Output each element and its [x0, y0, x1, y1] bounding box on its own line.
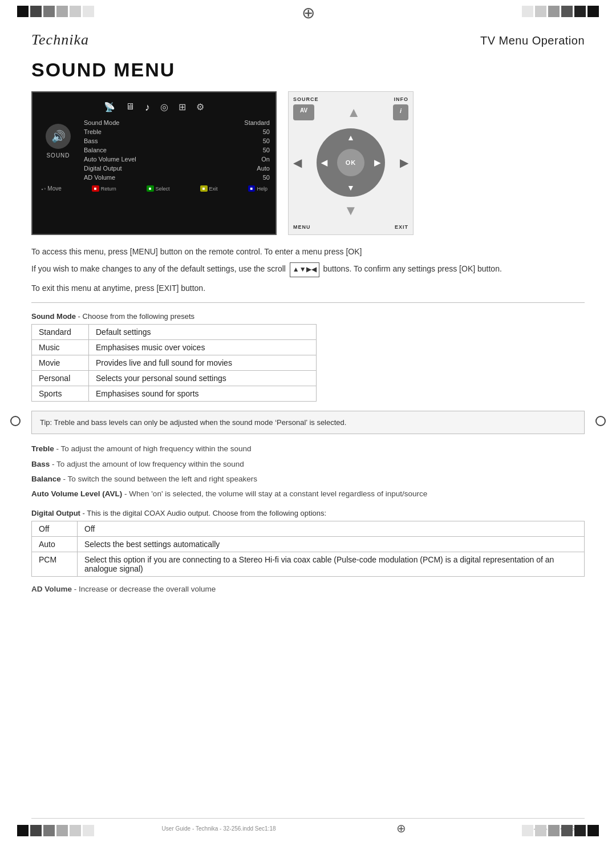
scroll-arrows: ▲▼▶◀ — [290, 262, 319, 277]
ad-volume-text: - Increase or decrease the overall volum… — [74, 585, 216, 593]
tv-icon-grid: ⊞ — [179, 102, 186, 114]
tip-box: Tip: Treble and bass levels can only be … — [31, 411, 585, 435]
page-title: SOUND MENU — [31, 59, 585, 81]
page-footer: 18 User Guide - Technika - 32-256.indd S… — [31, 818, 585, 835]
remote-av-button[interactable]: AV — [293, 104, 314, 120]
right-registration-mark — [595, 416, 606, 426]
treble-desc: Treble - To adjust the amount of high fr… — [31, 443, 585, 455]
digital-output-auto-desc: Selects the best settings automatically — [78, 537, 585, 552]
instructions-section: To access this menu, press [MENU] button… — [31, 245, 585, 294]
table-row: Auto Selects the best settings automatic… — [32, 537, 585, 552]
tv-sound-label: SOUND — [46, 152, 70, 159]
instruction-p3: To exit this menu at anytime, press [EXI… — [31, 282, 585, 294]
sound-mode-movie-label: Movie — [32, 355, 89, 370]
remote-info-label: INFO — [394, 96, 409, 102]
sound-mode-standard-desc: Default settings — [89, 324, 317, 339]
table-row: Sports Emphasises sound for sports — [32, 386, 317, 401]
instruction-p2: If you wish to make changes to any of th… — [31, 262, 585, 277]
sound-mode-sports-label: Sports — [32, 386, 89, 401]
remote-source-label: SOURCE — [293, 96, 319, 102]
bass-label: Bass — [31, 460, 50, 468]
brand-logo: Technika — [31, 31, 89, 48]
sound-mode-movie-desc: Provides live and full sound for movies — [89, 355, 317, 370]
treble-text: - To adjust the amount of high frequency… — [56, 444, 252, 453]
remote-screenshot: SOURCE INFO AV ▲ i ◀ ▲ ▼ ◀ ▶ OK ▶ — [288, 91, 414, 235]
sound-mode-label: Sound Mode — [31, 312, 76, 321]
ad-volume-label: AD Volume — [31, 585, 72, 593]
tv-menu-row-treble: Treble50 — [84, 127, 270, 136]
left-registration-mark — [10, 416, 21, 426]
ad-volume-desc: AD Volume - Increase or decrease the ove… — [31, 585, 585, 593]
footer-left-text: User Guide - Technika - 32-256.indd Sec1… — [162, 825, 276, 832]
sound-mode-personal-label: Personal — [32, 370, 89, 386]
instruction-p1: To access this menu, press [MENU] button… — [31, 245, 585, 258]
digital-output-label: Digital Output — [31, 509, 80, 517]
sound-mode-standard-label: Standard — [32, 324, 89, 339]
table-row: PCM Select this option if you are connec… — [32, 552, 585, 577]
digital-output-table: Off Off Auto Selects the best settings a… — [31, 521, 585, 577]
sound-mode-heading: Sound Mode - Choose from the following p… — [31, 312, 585, 321]
remote-ok-button[interactable]: OK — [337, 149, 364, 176]
tv-icon-tv: 🖥 — [125, 102, 135, 114]
digital-output-off-desc: Off — [78, 521, 585, 537]
tv-menu-row-avl: Auto Volume LevelOn — [84, 155, 270, 164]
tv-icon-signal: 📡 — [104, 102, 115, 114]
avl-label: Auto Volume Level (AVL) — [31, 489, 122, 498]
tv-menu-row-balance: Balance50 — [84, 145, 270, 155]
table-row: Music Emphasises music over voices — [32, 339, 317, 355]
table-row: Personal Selects your personal sound set… — [32, 370, 317, 386]
screenshots-row: 📡 🖥 ♪ ◎ ⊞ ⚙ 🔊 SOUND Sound ModeStandard — [31, 91, 585, 235]
tv-icon-circle: ◎ — [160, 102, 168, 114]
remote-right-arrow[interactable]: ▶ — [374, 158, 380, 167]
balance-label: Balance — [31, 475, 61, 483]
remote-down-arrow[interactable]: ▼ — [347, 183, 355, 192]
table-row: Movie Provides live and full sound for m… — [32, 355, 317, 370]
instruction-p2-before: If you wish to make changes to any of th… — [31, 265, 286, 274]
tv-icon-gear: ⚙ — [196, 102, 204, 114]
digital-output-section: Digital Output - This is the digital COA… — [31, 509, 585, 577]
bass-desc: Bass - To adjust the amount of low frequ… — [31, 459, 585, 470]
sound-mode-personal-desc: Selects your personal sound settings — [89, 370, 317, 386]
avl-desc: Auto Volume Level (AVL) - When 'on' is s… — [31, 488, 585, 500]
tip-text: Tip: Treble and bass levels can only be … — [40, 418, 346, 427]
avl-text: - When 'on' is selected, the volume will… — [124, 489, 427, 498]
balance-text: - To switch the sound between the left a… — [63, 475, 257, 483]
sound-mode-section: Sound Mode - Choose from the following p… — [31, 312, 585, 402]
remote-left-arrow[interactable]: ◀ — [321, 158, 327, 167]
tv-menu-row-advolume: AD Volume50 — [84, 173, 270, 182]
digital-output-suffix: - This is the digital COAX Audio output.… — [80, 509, 326, 517]
bass-text: - To adjust the amount of low frequency … — [52, 460, 244, 468]
digital-output-off-label: Off — [32, 521, 78, 537]
header-title: TV Menu Operation — [480, 34, 585, 47]
sound-mode-table: Standard Default settings Music Emphasis… — [31, 324, 317, 402]
digital-output-pcm-label: PCM — [32, 552, 78, 577]
tv-menu-screenshot: 📡 🖥 ♪ ◎ ⊞ ⚙ 🔊 SOUND Sound ModeStandard — [31, 91, 277, 235]
sound-mode-heading-suffix: - Choose from the following presets — [76, 312, 194, 321]
remote-menu-label[interactable]: MENU — [293, 224, 311, 230]
digital-output-heading: Digital Output - This is the digital COA… — [31, 509, 585, 517]
table-row: Standard Default settings — [32, 324, 317, 339]
remote-up-arrow[interactable]: ▲ — [347, 133, 355, 142]
remote-exit-label[interactable]: EXIT — [395, 224, 408, 230]
treble-label: Treble — [31, 444, 54, 453]
descriptions-list: Treble - To adjust the amount of high fr… — [31, 443, 585, 500]
sound-mode-music-desc: Emphasises music over voices — [89, 339, 317, 355]
tv-menu-row-soundmode: Sound ModeStandard — [84, 118, 270, 127]
table-row: Off Off — [32, 521, 585, 537]
sound-mode-music-label: Music — [32, 339, 89, 355]
page-header: Technika TV Menu Operation — [31, 31, 585, 48]
sound-mode-sports-desc: Emphasises sound for sports — [89, 386, 317, 401]
remote-info-button[interactable]: i — [393, 104, 408, 120]
remote-nav-ring: ▲ ▼ ◀ ▶ OK — [317, 128, 385, 197]
digital-output-pcm-desc: Select this option if you are connecting… — [78, 552, 585, 577]
digital-output-auto-label: Auto — [32, 537, 78, 552]
tv-menu-row-digitaloutput: Digital OutputAuto — [84, 164, 270, 173]
tv-menu-footer: ⬩◦ Move ■ Return ■ Select ■ Exit ■ Help — [38, 182, 270, 192]
balance-desc: Balance - To switch the sound between th… — [31, 473, 585, 485]
tv-icon-music: ♪ — [145, 102, 150, 114]
tv-menu-items: Sound ModeStandard Treble50 Bass50 Balan… — [84, 118, 270, 182]
tv-menu-row-bass: Bass50 — [84, 136, 270, 145]
tv-speaker-icon: 🔊 — [46, 124, 71, 149]
divider-1 — [31, 302, 585, 303]
instruction-p2-after: buttons. To confirm any settings press [… — [323, 265, 501, 274]
